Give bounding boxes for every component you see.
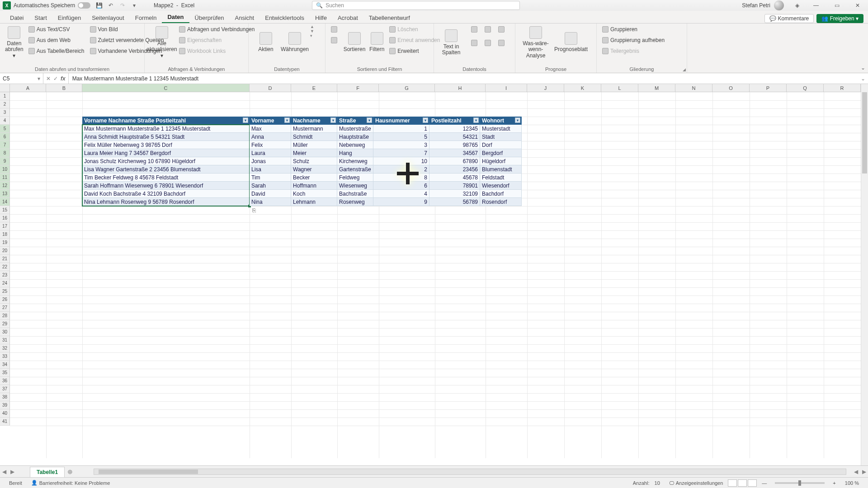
tab-formeln[interactable]: Formeln <box>130 12 162 23</box>
row-header[interactable]: 35 <box>0 369 10 377</box>
vertical-scrollbar[interactable] <box>861 84 868 465</box>
row-header[interactable]: 34 <box>0 361 10 369</box>
column-header[interactable]: Q <box>787 84 824 92</box>
table-header[interactable]: Straße▾ <box>337 117 373 125</box>
cancel-icon[interactable]: ✕ <box>46 75 51 82</box>
table-row[interactable]: Anna Schmidt Hauptstraße 5 54321 Stadt <box>82 133 250 141</box>
data-model-button[interactable] <box>496 38 508 48</box>
tab-tabellenentwurf[interactable]: Tabellenentwurf <box>363 12 415 23</box>
scroll-down-icon[interactable]: ▼ <box>310 29 314 33</box>
column-header[interactable]: D <box>250 84 291 92</box>
column-header[interactable]: R <box>824 84 861 92</box>
view-break-button[interactable] <box>748 479 757 487</box>
text-to-columns-button[interactable]: Text in Spalten <box>438 24 465 61</box>
filter-dropdown-icon[interactable]: ▾ <box>243 117 248 123</box>
ribbon-item[interactable]: Aus dem Web <box>27 35 86 45</box>
filter-dropdown-icon[interactable]: ▾ <box>473 117 479 123</box>
scroll-left-icon[interactable]: ◀ <box>852 469 860 475</box>
table-row[interactable]: AnnaSchmidtHauptstraße554321Stadt <box>250 133 522 141</box>
save-icon[interactable]: 💾 <box>95 1 103 9</box>
zoom-in-button[interactable]: + <box>833 480 835 486</box>
table-row[interactable]: DavidKochBachstraße432109Bachdorf <box>250 190 522 198</box>
ribbon-item[interactable]: Gruppierung aufheben <box>600 35 666 45</box>
display-settings-button[interactable]: 🖵 Anzeigeeinstellungen <box>669 480 723 486</box>
column-header[interactable]: E <box>291 84 337 92</box>
row-header[interactable]: 19 <box>0 239 10 247</box>
relationships-button[interactable] <box>483 38 495 48</box>
row-header[interactable]: 14 <box>0 198 10 206</box>
name-box[interactable]: C5▾ <box>0 73 43 84</box>
sheet-nav-prev[interactable]: ◀ <box>0 469 8 475</box>
table-row[interactable]: FelixMüllerNebenweg398765Dorf <box>250 141 522 149</box>
filter-dropdown-icon[interactable]: ▾ <box>284 117 290 123</box>
row-header[interactable]: 41 <box>0 418 10 426</box>
table-row[interactable]: LauraMeierHang734567Bergdorf <box>250 149 522 157</box>
column-header[interactable]: F <box>337 84 379 92</box>
column-header[interactable]: N <box>675 84 712 92</box>
accessibility-status[interactable]: 👤 Barrierefreiheit: Keine Probleme <box>31 480 110 486</box>
row-header[interactable]: 24 <box>0 279 10 287</box>
row-header[interactable]: 12 <box>0 182 10 190</box>
fx-icon[interactable]: fx <box>61 75 66 82</box>
row-header[interactable]: 33 <box>0 352 10 361</box>
column-header[interactable]: P <box>750 84 787 92</box>
maximize-button[interactable]: ▭ <box>826 0 847 11</box>
view-layout-button[interactable] <box>738 479 747 487</box>
row-header[interactable]: 15 <box>0 206 10 214</box>
row-header[interactable]: 39 <box>0 401 10 409</box>
table-header[interactable]: Nachname▾ <box>291 117 337 125</box>
result-table[interactable]: Vorname▾Nachname▾Straße▾Hausnummer▾Postl… <box>250 117 522 206</box>
table-row[interactable]: Jonas Schulz Kirchenweg 10 67890 Hügeldo… <box>82 157 250 165</box>
grid[interactable]: Vorname Nachname Straße Postleitzahl▾Max… <box>10 92 861 458</box>
column-header[interactable]: M <box>638 84 675 92</box>
flash-fill-button[interactable] <box>469 24 481 34</box>
row-header[interactable]: 29 <box>0 320 10 328</box>
row-header[interactable]: 27 <box>0 304 10 312</box>
minimize-button[interactable]: — <box>806 0 826 11</box>
forecast-button[interactable]: Prognoseblatt <box>554 24 588 61</box>
row-header[interactable]: 8 <box>0 149 10 157</box>
row-header[interactable]: 30 <box>0 328 10 336</box>
horizontal-scrollbar[interactable] <box>94 469 846 475</box>
filter-dropdown-icon[interactable]: ▾ <box>515 117 520 123</box>
row-header[interactable]: 32 <box>0 344 10 352</box>
row-header[interactable]: 36 <box>0 377 10 385</box>
table-row[interactable]: Max Mustermann Musterstraße 1 12345 Must… <box>82 125 250 133</box>
row-header[interactable]: 13 <box>0 190 10 198</box>
remove-duplicates-button[interactable] <box>483 24 495 34</box>
account-button[interactable]: Stefan Petri <box>742 0 784 10</box>
scroll-right-icon[interactable]: ▶ <box>860 469 868 475</box>
column-header[interactable]: I <box>486 84 527 92</box>
scroll-up-icon[interactable]: ▲ <box>310 24 314 29</box>
refresh-all-button[interactable]: Alle aktualisieren ▾ <box>148 24 175 61</box>
dialog-launcher-icon[interactable]: ◢ <box>683 67 686 72</box>
tab-datei[interactable]: Datei <box>5 12 29 23</box>
row-header[interactable]: 16 <box>0 214 10 222</box>
tab-daten[interactable]: Daten <box>162 11 189 23</box>
undo-icon[interactable]: ↶ <box>107 1 115 9</box>
table-header[interactable]: Vorname Nachname Straße Postleitzahl▾ <box>82 117 250 125</box>
sheet-nav-next[interactable]: ▶ <box>8 469 16 475</box>
datatype-button[interactable]: Aktien <box>252 24 279 61</box>
table-header[interactable]: Postleitzahl▾ <box>429 117 480 125</box>
qat-customize-icon[interactable]: ▾ <box>130 1 138 9</box>
row-header[interactable]: 21 <box>0 255 10 263</box>
table-row[interactable]: NinaLehmannRosenweg956789Rosendorf <box>250 198 522 206</box>
row-header[interactable]: 22 <box>0 263 10 271</box>
table-row[interactable]: JonasSchulzKirchenweg1067890Hügeldorf <box>250 157 522 165</box>
sheet-tab[interactable]: Tabelle1 <box>30 467 65 477</box>
enter-icon[interactable]: ✓ <box>53 75 58 82</box>
ribbon-item[interactable]: Aus Tabelle/Bereich <box>27 46 86 56</box>
column-header[interactable]: C <box>82 84 250 92</box>
row-header[interactable]: 20 <box>0 247 10 255</box>
close-button[interactable]: ✕ <box>847 0 868 11</box>
select-all-corner[interactable] <box>0 84 10 92</box>
table-row[interactable]: Nina Lehmann Rosenweg 9 56789 Rosendorf <box>82 198 250 206</box>
datatype-button[interactable]: Währungen <box>281 24 308 61</box>
autosave-toggle[interactable] <box>78 2 90 9</box>
row-header[interactable]: 38 <box>0 393 10 401</box>
paste-options-icon[interactable]: ⎘ <box>252 207 256 214</box>
table-row[interactable]: Lisa Wagner Gartenstraße 2 23456 Blumens… <box>82 165 250 174</box>
table-header[interactable]: Vorname▾ <box>250 117 291 125</box>
row-header[interactable]: 28 <box>0 312 10 320</box>
